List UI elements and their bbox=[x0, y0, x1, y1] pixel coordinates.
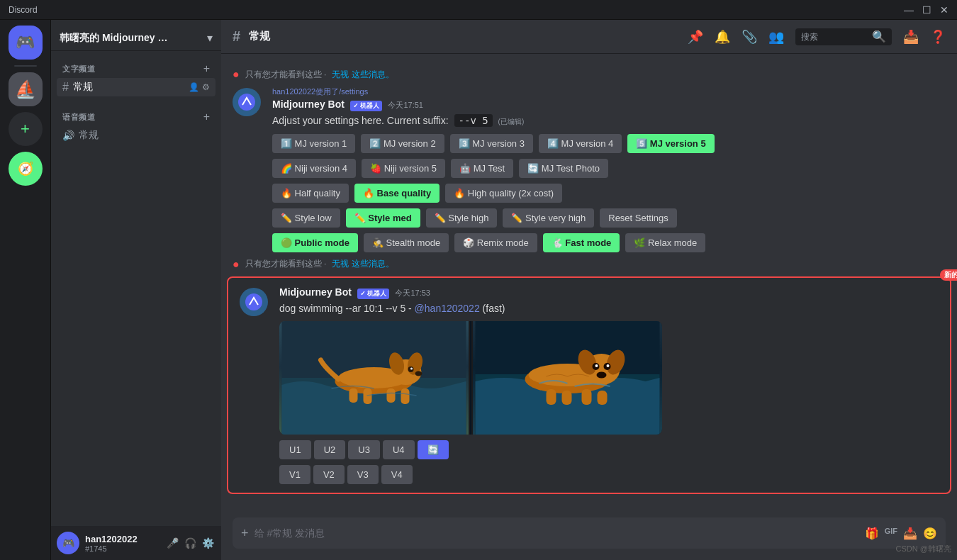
u1-btn[interactable]: U1 bbox=[279, 440, 311, 459]
gif-btn[interactable]: GIF bbox=[885, 527, 897, 540]
sticker-btn[interactable]: 📥 bbox=[903, 527, 917, 540]
members-icon[interactable]: 👥 bbox=[768, 29, 784, 45]
btn-niji5[interactable]: 🍓 Niji version 5 bbox=[362, 159, 445, 178]
bookmark-icon[interactable]: 📎 bbox=[741, 29, 757, 45]
add-member-icon[interactable]: 👤 bbox=[189, 82, 199, 92]
btn-style-med[interactable]: ✏️ Style med bbox=[346, 208, 420, 228]
server-name[interactable]: 韩曙亮的 Midjourney 服... bbox=[60, 32, 173, 45]
inbox-icon[interactable]: 📥 bbox=[903, 29, 919, 45]
headset-btn[interactable]: 🎧 bbox=[183, 536, 198, 550]
emoji-btn[interactable]: 😊 bbox=[923, 527, 937, 540]
v1-btn[interactable]: V1 bbox=[279, 465, 310, 484]
btn-remix-mode[interactable]: 🎲 Remix mode bbox=[454, 233, 537, 252]
btn-fast-mode[interactable]: 🐇 Fast mode bbox=[543, 233, 620, 252]
bot-badge-2: ✓ 机器人 bbox=[357, 289, 390, 299]
message-input[interactable] bbox=[254, 527, 859, 539]
channel-header-actions: 📌 🔔 📎 👥 🔍 📥 ❓ bbox=[688, 28, 946, 45]
gift-btn[interactable]: 🎁 bbox=[865, 527, 879, 540]
svg-rect-13 bbox=[364, 388, 372, 404]
server-icon-discord[interactable]: 🎮 bbox=[9, 26, 43, 60]
settings-icon[interactable]: ⚙ bbox=[202, 82, 210, 92]
btn-mj4[interactable]: 4️⃣ MJ version 4 bbox=[539, 134, 622, 153]
u4-btn[interactable]: U4 bbox=[383, 440, 415, 459]
mic-btn[interactable]: 🎤 bbox=[165, 536, 180, 550]
text-section-label: 文字频道 bbox=[62, 64, 95, 74]
btn-high-quality[interactable]: 🔥 High quality (2x cost) bbox=[445, 184, 562, 203]
speaker-icon: 🔊 bbox=[62, 130, 74, 141]
btn-relax-mode[interactable]: 🌿 Relax mode bbox=[625, 233, 705, 252]
bot-badge-1: ✓ 机器人 bbox=[350, 101, 383, 111]
minimize-btn[interactable]: — bbox=[904, 4, 914, 16]
channel-actions: 👤 ⚙ bbox=[189, 82, 210, 92]
app-bar: Discord — ☐ ✕ bbox=[0, 0, 957, 20]
btn-half-quality[interactable]: 🔥 Half quality bbox=[272, 184, 349, 203]
message-header-2: Midjourney Bot ✓ 机器人 今天17:53 bbox=[279, 286, 939, 299]
svg-point-1 bbox=[245, 293, 262, 310]
btn-mj3[interactable]: 3️⃣ MJ version 3 bbox=[450, 134, 533, 153]
voice-channels-section: 语音频道 + 🔊 常规 bbox=[51, 99, 221, 147]
settings-message-content: han1202022使用了/settings Midjourney Bot ✓ … bbox=[272, 86, 946, 252]
btn-mj2[interactable]: 2️⃣ MJ version 2 bbox=[361, 134, 444, 153]
username: han1202022 bbox=[85, 534, 160, 544]
v2-btn[interactable]: V2 bbox=[313, 465, 345, 484]
help-icon[interactable]: ❓ bbox=[930, 29, 946, 45]
btn-base-quality[interactable]: 🔥 Base quality bbox=[354, 184, 440, 203]
search-box[interactable]: 🔍 bbox=[795, 28, 892, 45]
add-voice-channel-btn[interactable]: + bbox=[203, 111, 210, 123]
svg-rect-12 bbox=[349, 388, 358, 403]
v-buttons: V1 V2 V3 V4 bbox=[279, 465, 939, 484]
dismiss-link[interactable]: 无视 这些消息。 bbox=[332, 69, 393, 81]
server-icon-explore[interactable]: 🧭 bbox=[9, 152, 43, 186]
style-buttons: ✏️ Style low ✏️ Style med ✏️ Style high … bbox=[272, 208, 946, 228]
bot-avatar-2 bbox=[240, 288, 268, 316]
text-section-header: 文字频道 + bbox=[57, 62, 216, 75]
btn-mj1[interactable]: 1️⃣ MJ version 1 bbox=[272, 134, 355, 153]
settings-btn[interactable]: ⚙️ bbox=[201, 536, 216, 550]
channel-item-general[interactable]: # 常规 👤 ⚙ bbox=[57, 78, 216, 96]
u3-btn[interactable]: U3 bbox=[348, 440, 380, 459]
btn-niji4[interactable]: 🌈 Niji version 4 bbox=[272, 159, 356, 178]
svg-point-27 bbox=[597, 372, 607, 379]
btn-reset-settings[interactable]: Reset Settings bbox=[600, 208, 677, 228]
btn-style-high[interactable]: ✏️ Style high bbox=[426, 208, 498, 228]
separator bbox=[14, 65, 37, 67]
message-time-2: 今天17:53 bbox=[395, 288, 430, 298]
server-icon-add[interactable]: + bbox=[9, 112, 43, 146]
server-dropdown-icon[interactable]: ▾ bbox=[207, 31, 213, 45]
btn-public-mode[interactable]: 🟢 Public mode bbox=[272, 233, 358, 252]
search-input[interactable] bbox=[801, 32, 869, 42]
btn-mj-test-photo[interactable]: 🔄 MJ Test Photo bbox=[519, 159, 608, 178]
bot-name-2: Midjourney Bot bbox=[279, 286, 352, 298]
messages-area: ● 只有您才能看到这些 · 无视 这些消息。 han1202022使用了/set… bbox=[221, 54, 957, 517]
btn-mj-test[interactable]: 🤖 MJ Test bbox=[451, 159, 513, 178]
btn-stealth-mode[interactable]: 🕵️ Stealth mode bbox=[364, 233, 449, 252]
content-area: # 常规 📌 🔔 📎 👥 🔍 📥 ❓ ● 只有您才能看到这些 · bbox=[221, 20, 957, 560]
maximize-btn[interactable]: ☐ bbox=[922, 4, 931, 16]
v4-btn[interactable]: V4 bbox=[381, 465, 413, 484]
message-time-1: 今天17:51 bbox=[388, 100, 423, 111]
u-buttons: U1 U2 U3 U4 🔄 bbox=[279, 440, 939, 459]
notification-icon[interactable]: 🔔 bbox=[715, 29, 730, 45]
image-message-content: Midjourney Bot ✓ 机器人 今天17:53 dog swimmin… bbox=[279, 286, 939, 485]
system-msg-text-2: 只有您才能看到这些 · bbox=[245, 258, 327, 270]
mode-buttons: 🟢 Public mode 🕵️ Stealth mode 🎲 Remix mo… bbox=[272, 233, 946, 252]
btn-style-low[interactable]: ✏️ Style low bbox=[272, 208, 340, 228]
u2-btn[interactable]: U2 bbox=[314, 440, 346, 459]
refresh-btn[interactable]: 🔄 bbox=[418, 440, 449, 459]
dismiss-link-2[interactable]: 无视 这些消息。 bbox=[332, 258, 393, 270]
input-toolbar: 🎁 GIF 📥 😊 bbox=[865, 527, 937, 540]
system-msg-text: 只有您才能看到这些 · bbox=[245, 69, 327, 81]
btn-style-very-high[interactable]: ✏️ Style very high bbox=[503, 208, 594, 228]
add-text-channel-btn[interactable]: + bbox=[203, 62, 210, 75]
image-cell-left bbox=[279, 321, 469, 435]
main-layout: 🎮 ⛵ + 🧭 韩曙亮的 Midjourney 服... ▾ 文字频道 + # … bbox=[0, 20, 957, 560]
btn-mj5[interactable]: 5️⃣ MJ version 5 bbox=[627, 134, 714, 153]
user-avatar: 🎮 bbox=[57, 532, 79, 554]
settings-message: han1202022使用了/settings Midjourney Bot ✓ … bbox=[221, 84, 957, 255]
add-attachment-btn[interactable]: + bbox=[241, 526, 249, 541]
voice-channel-general[interactable]: 🔊 常规 bbox=[57, 126, 216, 145]
v3-btn[interactable]: V3 bbox=[347, 465, 379, 484]
close-btn[interactable]: ✕ bbox=[940, 4, 948, 16]
server-icon-midjourney[interactable]: ⛵ bbox=[9, 72, 43, 106]
pin-icon[interactable]: 📌 bbox=[688, 29, 703, 45]
